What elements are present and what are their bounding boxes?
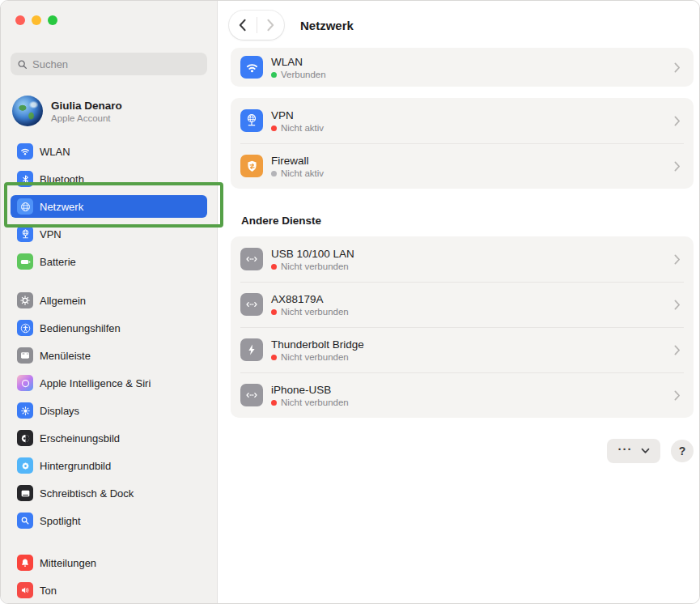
sidebar-item-displays[interactable]: Displays <box>11 399 207 422</box>
vpn-globe-icon <box>240 109 263 132</box>
row-title: Firewall <box>271 154 324 168</box>
avatar <box>12 96 43 126</box>
status-dot-red <box>271 400 277 406</box>
sidebar-group-notifications: Mitteilungen Ton <box>11 551 207 602</box>
row-title: Thunderbolt Bridge <box>271 338 364 351</box>
forward-button[interactable] <box>257 11 284 40</box>
sidebar: Giulia Denaro Apple Account WLAN <box>1 1 218 603</box>
main-header: Netzwerk <box>218 1 699 43</box>
row-status: Nicht verbunden <box>281 307 349 317</box>
vpn-row[interactable]: VPN Nicht aktiv <box>231 98 694 143</box>
wifi-icon <box>17 143 33 160</box>
bell-icon <box>17 555 33 571</box>
section-title: Andere Dienste <box>241 215 694 227</box>
row-status: Nicht aktiv <box>281 123 324 133</box>
ethernet-icon <box>240 248 263 270</box>
desktop-dock-icon <box>17 485 33 501</box>
search-input[interactable] <box>32 58 201 70</box>
sidebar-item-wlan[interactable]: WLAN <box>11 140 207 163</box>
settings-content: WLAN Verbunden <box>218 43 699 463</box>
close-window-button[interactable] <box>15 15 25 25</box>
row-title: iPhone-USB <box>271 383 349 397</box>
sidebar-item-bluetooth[interactable]: Bluetooth <box>11 168 207 190</box>
sidebar-group-connectivity: WLAN Bluetooth <box>11 140 207 273</box>
sidebar-item-batterie[interactable]: Batterie <box>11 250 207 273</box>
sidebar-item-spotlight[interactable]: Spotlight <box>11 509 207 532</box>
minimize-window-button[interactable] <box>32 15 41 25</box>
sidebar-item-mitteilungen[interactable]: Mitteilungen <box>11 551 207 574</box>
help-button[interactable]: ? <box>671 440 694 462</box>
firewall-row[interactable]: Firewall Nicht aktiv <box>231 143 694 189</box>
sidebar-item-label: Ton <box>40 585 57 597</box>
row-status: Nicht verbunden <box>281 352 349 362</box>
sidebar-item-label: Schreibtisch & Dock <box>40 487 134 500</box>
other-services-card: USB 10/100 LAN Nicht verbunden <box>231 236 694 418</box>
window-controls <box>11 1 207 25</box>
ax88179a-row[interactable]: AX88179A Nicht verbunden <box>231 282 694 327</box>
more-options-button[interactable]: ··· <box>607 439 660 463</box>
thunderbolt-bridge-row[interactable]: Thunderbolt Bridge Nicht verbunden <box>231 327 694 372</box>
sidebar-item-label: Allgemein <box>40 295 86 307</box>
account-subtitle: Apple Account <box>51 113 122 124</box>
history-nav <box>229 11 284 40</box>
row-status: Verbunden <box>281 70 326 79</box>
ellipsis-icon: ··· <box>618 445 633 453</box>
search-field[interactable] <box>11 53 207 75</box>
gear-icon <box>17 292 33 308</box>
search-icon <box>17 59 28 70</box>
iphone-usb-row[interactable]: iPhone-USB Nicht verbunden <box>231 372 694 418</box>
account-name: Giulia Denaro <box>51 99 122 113</box>
status-dot-red <box>271 355 277 360</box>
battery-icon <box>17 253 33 270</box>
sidebar-item-label: Mitteilungen <box>40 557 96 569</box>
menubar-icon <box>17 347 33 364</box>
status-dot-red <box>271 264 277 270</box>
sidebar-item-menueleiste[interactable]: Menüleiste <box>11 344 207 367</box>
sidebar-item-label: WLAN <box>40 146 70 158</box>
apple-account-row[interactable]: Giulia Denaro Apple Account <box>11 95 207 127</box>
zoom-window-button[interactable] <box>48 15 57 25</box>
sidebar-item-vpn[interactable]: VPN <box>11 223 207 245</box>
accessibility-icon <box>17 320 33 336</box>
chevron-right-icon <box>674 300 681 310</box>
ethernet-icon <box>240 384 263 406</box>
vpn-globe-icon <box>17 226 33 242</box>
thunderbolt-icon <box>240 338 263 361</box>
bluetooth-icon <box>17 171 33 187</box>
status-dot-green <box>271 72 277 78</box>
sidebar-item-schreibtisch-dock[interactable]: Schreibtisch & Dock <box>11 482 207 504</box>
sidebar-item-apple-intelligence-siri[interactable]: Apple Intelligence & Siri <box>11 372 207 394</box>
row-status: Nicht verbunden <box>281 262 349 271</box>
sidebar-item-label: Bluetooth <box>40 173 84 185</box>
sidebar-item-label: Erscheinungsbild <box>40 432 120 444</box>
system-settings-window: Giulia Denaro Apple Account WLAN <box>0 0 700 604</box>
globe-network-icon <box>17 198 33 215</box>
chevron-down-icon <box>641 448 650 454</box>
sidebar-item-label: Displays <box>40 405 79 417</box>
sidebar-item-bedienungshilfen[interactable]: Bedienungshilfen <box>11 317 207 339</box>
status-dot-red <box>271 309 277 315</box>
usb-lan-row[interactable]: USB 10/100 LAN Nicht verbunden <box>231 236 694 282</box>
vpn-firewall-card: VPN Nicht aktiv <box>231 98 694 189</box>
back-button[interactable] <box>229 11 257 40</box>
sidebar-item-label: Spotlight <box>40 515 81 527</box>
main-pane: Netzwerk WLAN <box>218 1 699 603</box>
sidebar-item-allgemein[interactable]: Allgemein <box>11 289 207 312</box>
sidebar-item-label: Menüleiste <box>40 350 91 362</box>
row-title: VPN <box>271 108 324 122</box>
brightness-icon <box>17 402 33 419</box>
magnifier-icon <box>17 513 33 529</box>
sidebar-item-netzwerk[interactable]: Netzwerk <box>11 195 207 218</box>
page-title: Netzwerk <box>300 19 354 32</box>
chevron-right-icon <box>674 116 681 126</box>
row-title: AX88179A <box>271 292 349 306</box>
ethernet-icon <box>240 293 263 316</box>
status-dot-gray <box>271 171 277 177</box>
wlan-row[interactable]: WLAN Verbunden <box>231 48 694 87</box>
sidebar-item-erscheinungsbild[interactable]: Erscheinungsbild <box>11 427 207 449</box>
sidebar-item-ton[interactable]: Ton <box>11 579 207 602</box>
wallpaper-flower-icon <box>17 457 33 474</box>
sidebar-item-hintergrundbild[interactable]: Hintergrundbild <box>11 454 207 477</box>
sidebar-item-label: Apple Intelligence & Siri <box>40 377 151 389</box>
row-title: USB 10/100 LAN <box>271 247 354 261</box>
